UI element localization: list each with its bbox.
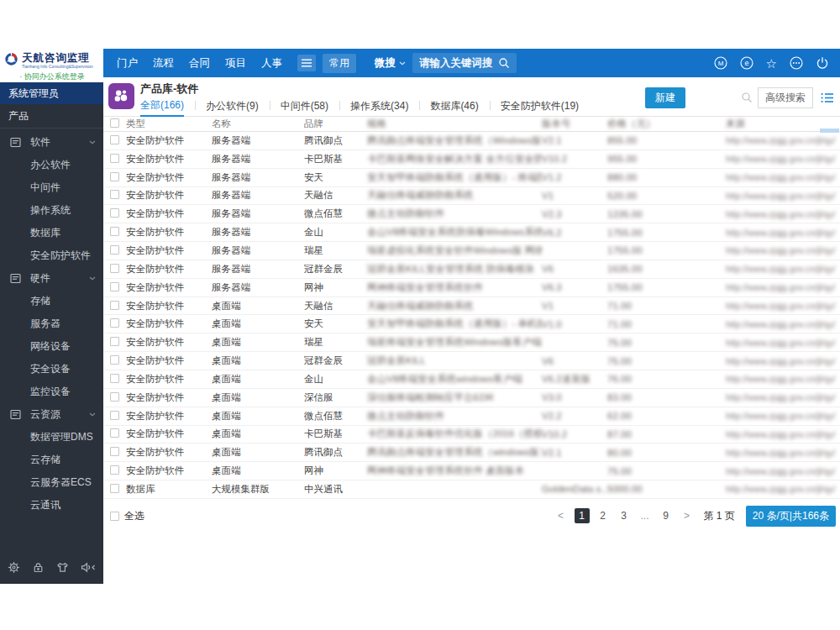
- table-row[interactable]: 安全防护软件 服务器端 微点佰慧 微点主动防御软件 V2.3 1235.00 h…: [103, 205, 840, 223]
- category-tab[interactable]: 全部(166): [140, 98, 184, 117]
- sidebar-item[interactable]: 中间件: [0, 176, 103, 199]
- page-button[interactable]: 9: [659, 508, 674, 523]
- table-row[interactable]: 安全防护软件 桌面端 腾讯御点 腾讯御点终端安全管理系统（windows版）V2…: [103, 444, 840, 462]
- sidebar-item[interactable]: 监控设备: [0, 381, 103, 403]
- topnav-item[interactable]: 门户: [117, 56, 138, 71]
- row-checkbox[interactable]: [110, 301, 119, 310]
- table-row[interactable]: 安全防护软件 桌面端 安天 安天智甲终端防御系统（通用版）- 单机版本 V1.0…: [103, 315, 840, 333]
- table-row[interactable]: 安全防护软件 服务器端 瑞星 瑞星虚拟化系统安全软件Windows版 网络版本 …: [103, 242, 840, 260]
- category-tab[interactable]: 办公软件(9): [206, 99, 259, 116]
- table-row[interactable]: 安全防护软件 服务器端 腾讯御点 腾讯御点终端安全管理系统（Windows版） …: [103, 132, 840, 150]
- table-row[interactable]: 安全防护软件 服务器端 网神 网神终端安全管理系统软件 V6.3 1755.00…: [103, 279, 840, 297]
- new-button[interactable]: 新建: [645, 87, 685, 108]
- table-row[interactable]: 安全防护软件 服务器端 安天 安天智甲终端防御系统（通用版）- 终端防护套装 V…: [103, 169, 840, 187]
- apps-menu-button[interactable]: [297, 55, 316, 71]
- sidebar-item[interactable]: 安全防护软件: [0, 244, 103, 267]
- row-checkbox[interactable]: [110, 227, 119, 236]
- table-row[interactable]: 安全防护软件 桌面端 深信服 深信服终端检测响应平台EDR V3.0 83.00…: [103, 389, 840, 407]
- category-tab[interactable]: 安全防护软件(19): [501, 99, 579, 116]
- column-header-type[interactable]: 类型: [126, 118, 212, 130]
- row-checkbox[interactable]: [110, 484, 119, 493]
- select-all-control[interactable]: 全选: [110, 509, 144, 523]
- topnav-item[interactable]: 人事: [261, 56, 282, 71]
- page-button[interactable]: <: [554, 508, 569, 523]
- table-row[interactable]: 安全防护软件 桌面端 微点佰慧 微点主动防御软件 V2.2 62.00 http…: [103, 407, 840, 426]
- table-row[interactable]: 安全防护软件 服务器端 天融信 天融信终端威胁防御系统 V1 520.00 ht…: [103, 187, 840, 206]
- global-search-input[interactable]: 请输入关键词搜: [412, 53, 517, 73]
- per-page-badge[interactable]: 20 条/页|共166条: [746, 506, 836, 527]
- row-checkbox[interactable]: [110, 447, 119, 456]
- header-select-checkbox[interactable]: [110, 118, 119, 128]
- page-button[interactable]: 2: [596, 508, 611, 523]
- table-row[interactable]: 安全防护软件 桌面端 天融信 天融信终端威胁防御系统 V1 71.00 http…: [103, 297, 840, 316]
- topnav-item[interactable]: 流程: [153, 56, 174, 71]
- row-checkbox[interactable]: [110, 172, 119, 181]
- list-view-icon[interactable]: [821, 92, 833, 103]
- favorite-star-icon[interactable]: ☆: [766, 57, 777, 70]
- sidebar-item[interactable]: 服务器: [0, 312, 103, 335]
- column-header-name[interactable]: 名称: [212, 118, 304, 130]
- e-badge-icon[interactable]: e: [740, 56, 753, 70]
- table-row[interactable]: 安全防护软件 桌面端 网神 网神终端安全管理系统软件 桌面版本 75.00 ht…: [103, 462, 840, 480]
- page-button[interactable]: >: [680, 508, 695, 523]
- search-icon[interactable]: [741, 92, 753, 103]
- sidebar-item[interactable]: 网络设备: [0, 335, 103, 358]
- sidebar-item[interactable]: 数据库: [0, 222, 103, 244]
- row-checkbox[interactable]: [110, 154, 119, 163]
- row-checkbox[interactable]: [110, 282, 119, 291]
- row-checkbox[interactable]: [110, 337, 119, 346]
- sidebar-item[interactable]: 操作系统: [0, 199, 103, 222]
- system-login-label[interactable]: · 协同办公系统登录: [4, 71, 100, 82]
- speaker-volume-icon[interactable]: [81, 561, 96, 574]
- row-checkbox[interactable]: [110, 428, 119, 438]
- row-checkbox[interactable]: [110, 392, 119, 402]
- power-logout-icon[interactable]: [816, 56, 829, 70]
- column-header-price[interactable]: 价格（元）: [607, 118, 726, 130]
- m-badge-icon[interactable]: M: [714, 56, 727, 70]
- table-row[interactable]: 安全防护软件 服务器端 金山 金山V8终端安全系统防病毒Windows系统版本 …: [103, 223, 840, 242]
- sidebar-item[interactable]: 硬件: [0, 267, 103, 290]
- page-button[interactable]: 1: [575, 508, 590, 523]
- row-checkbox[interactable]: [110, 245, 119, 255]
- row-checkbox[interactable]: [110, 264, 119, 273]
- settings-gear-icon[interactable]: [8, 561, 20, 574]
- theme-tshirt-icon[interactable]: [56, 561, 69, 574]
- advanced-search-button[interactable]: 高级搜索: [758, 87, 813, 108]
- column-header-spec[interactable]: 规格: [367, 118, 542, 130]
- category-tab[interactable]: 操作系统(34): [350, 99, 408, 116]
- more-options-icon[interactable]: [790, 56, 803, 70]
- wesearch-dropdown[interactable]: 微搜: [375, 56, 406, 71]
- sidebar-item[interactable]: 安全设备: [0, 358, 103, 381]
- row-checkbox[interactable]: [110, 318, 119, 328]
- topnav-item-common[interactable]: 常用: [323, 54, 356, 73]
- row-checkbox[interactable]: [110, 411, 119, 420]
- sidebar-item[interactable]: 云资源: [0, 403, 103, 426]
- row-checkbox[interactable]: [110, 190, 119, 199]
- table-row[interactable]: 安全防护软件 桌面端 卡巴斯基 卡巴斯基反病毒软件优化版（2016（授权）+01…: [103, 426, 840, 444]
- select-all-checkbox[interactable]: [110, 512, 119, 521]
- row-checkbox[interactable]: [110, 135, 119, 144]
- topnav-item[interactable]: 合同: [189, 56, 210, 71]
- table-row[interactable]: 安全防护软件 桌面端 金山 金山V8终端安全系统windows客户端 V6.2速…: [103, 370, 840, 389]
- table-row[interactable]: 安全防护软件 服务器端 卡巴斯基 卡巴斯基网络安全解决方案 全方位安全防护(KE…: [103, 150, 840, 169]
- category-tab[interactable]: 数据库(46): [430, 99, 478, 116]
- sidebar-item[interactable]: 软件: [0, 131, 103, 154]
- sidebar-item[interactable]: 云通讯: [0, 494, 103, 517]
- table-row[interactable]: 数据库 大规模集群版 中兴通讯 GoldenData s... 5000.00 …: [103, 480, 840, 499]
- page-button[interactable]: ...: [638, 508, 653, 523]
- row-checkbox[interactable]: [110, 208, 119, 218]
- table-row[interactable]: 安全防护软件 桌面端 瑞星 瑞星终端安全管理系统Windows版客户端 75.0…: [103, 333, 840, 352]
- row-checkbox[interactable]: [110, 355, 119, 365]
- column-header-brand[interactable]: 品牌: [304, 118, 367, 130]
- sidebar-item[interactable]: 云服务器ECS: [0, 471, 103, 494]
- sidebar-item[interactable]: 存储: [0, 290, 103, 312]
- sidebar-item[interactable]: 数据管理DMS: [0, 426, 103, 449]
- column-header-version[interactable]: 版本号: [542, 118, 607, 130]
- table-row[interactable]: 安全防护软件 服务器端 冠群金辰 冠群金辰KILL安全管理系统 防病毒模块 V6…: [103, 260, 840, 279]
- sidebar-item[interactable]: 办公软件: [0, 154, 103, 176]
- row-checkbox[interactable]: [110, 374, 119, 383]
- category-tab[interactable]: 中间件(58): [281, 99, 328, 116]
- row-checkbox[interactable]: [110, 465, 119, 475]
- sidebar-section-product[interactable]: 产品: [0, 104, 103, 129]
- quick-search-input[interactable]: [694, 89, 741, 106]
